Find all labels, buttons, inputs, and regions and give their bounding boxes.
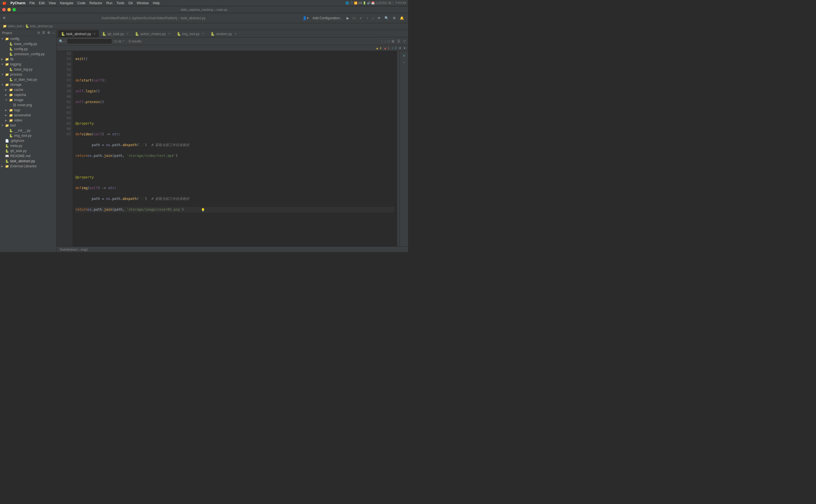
tree-item[interactable]: ▼📁logging — [0, 62, 56, 67]
tab-action-chains[interactable]: 🐍 action_chains.py ✕ — [132, 30, 173, 37]
git-label: Git: — [352, 16, 357, 20]
tree-item[interactable]: 📄.gitignore — [0, 138, 56, 143]
more-icon[interactable]: ⚙ — [47, 31, 50, 35]
breadcrumb: 📁 video_tool › 🐍 task_abstract.py — [0, 23, 408, 29]
settings-button[interactable]: ⚙ — [391, 16, 397, 21]
right-panel-btn-structure[interactable]: ≡ — [400, 52, 407, 59]
tab-icon: 🐍 — [102, 32, 106, 36]
tree-item[interactable]: 🖼cover.png — [0, 102, 56, 108]
menu-help[interactable]: Help — [153, 1, 160, 5]
tree-item[interactable]: ▼📁image — [0, 97, 56, 102]
tree-item[interactable]: 🐍config.py — [0, 46, 56, 52]
menu-edit[interactable]: Edit — [39, 1, 45, 5]
breadcrumb-method[interactable]: img() — [81, 248, 88, 251]
search-everywhere-button[interactable]: 🔍 — [383, 16, 390, 21]
search-next-icon[interactable]: ↓ — [384, 39, 386, 43]
maximize-button[interactable] — [12, 8, 16, 11]
sync-icon[interactable]: ⊙ — [37, 31, 40, 35]
search-results: 0 results — [129, 39, 141, 43]
breadcrumb-item-video-tool[interactable]: 📁 video_tool — [3, 24, 22, 28]
notifications-button[interactable]: 🔔 — [398, 16, 405, 21]
tab-close-icon[interactable]: ✕ — [202, 32, 204, 36]
search-bar: 🔍– Cc W .* | 0 results ↑ ↓ □ ⊠ ☰ ▽ — [57, 37, 408, 45]
tree-item[interactable]: 🐍yi_dian_hao.py — [0, 77, 56, 82]
menu-tools[interactable]: Tools — [116, 1, 124, 5]
tree-item-cache[interactable]: ▶📁cache — [0, 87, 56, 92]
git-pull-button[interactable]: ↓ — [371, 16, 375, 21]
search-filter-icon[interactable]: ▽ — [403, 39, 406, 43]
apple-menu[interactable]: 🍎 — [2, 1, 7, 5]
menu-refactor[interactable]: Refactor — [89, 1, 102, 5]
hide-sidebar-icon[interactable]: – — [52, 31, 54, 35]
tree-item[interactable]: 🐍qtt_task.py — [0, 148, 56, 153]
tree-item[interactable]: 🐍task_abstract.py — [0, 159, 56, 164]
tree-item[interactable]: ▶📁External Libraries — [0, 164, 56, 169]
git-push-button[interactable]: ↑ — [365, 16, 369, 21]
menu-navigate[interactable]: Navigate — [60, 1, 73, 5]
search-input[interactable] — [67, 39, 112, 44]
tree-item-screenshot[interactable]: ▶📁screenshot — [0, 113, 56, 118]
run-button[interactable]: ▶ — [345, 16, 350, 21]
run-config-dropdown[interactable]: 👤▾ — [301, 16, 310, 21]
menu-git[interactable]: Git — [128, 1, 133, 5]
tree-item[interactable]: ▶📁logs — [0, 108, 56, 113]
tab-task-abstract[interactable]: 🐍 task_abstract.py ✕ — [58, 30, 99, 37]
menu-view[interactable]: View — [49, 1, 56, 5]
tab-close-icon[interactable]: ✕ — [168, 32, 170, 36]
search-options[interactable]: Cc W .* — [114, 40, 124, 43]
collapse-warnings-icon[interactable]: ∨ — [403, 46, 406, 50]
code-line-58: @property — [75, 121, 394, 126]
search-back-icon[interactable]: 🔍– — [59, 39, 65, 43]
tab-close-icon[interactable]: ✕ — [126, 32, 129, 36]
collapse-icon[interactable]: ☰ — [42, 31, 45, 35]
code-editor[interactable]: 52 53 54 55 56 57 58 59 60 61 62 63 64 6… — [57, 51, 399, 246]
tab-qtt-task[interactable]: 🐍 qtt_task.py ✕ — [99, 30, 132, 37]
tree-item[interactable]: ▼📁storage — [0, 82, 56, 87]
search-prev-icon[interactable]: ↑ — [381, 39, 383, 43]
tab-close-icon[interactable]: ✕ — [93, 32, 96, 36]
breadcrumb-item-file[interactable]: 🐍 task_abstract.py — [25, 24, 53, 28]
menu-window[interactable]: Window — [137, 1, 149, 5]
expand-icon[interactable]: ∧ — [399, 46, 401, 50]
code-line-55: self.login() — [75, 89, 394, 94]
tree-item[interactable]: ▶📁captcha — [0, 92, 56, 97]
tree-item[interactable]: 🐍base_config.py — [0, 41, 56, 46]
warning-badge: ▲ 4 — [376, 46, 381, 50]
tab-label: action_chains.py — [140, 32, 165, 36]
project-label: Project — [2, 31, 12, 35]
tree-item[interactable]: ▼📁config — [0, 36, 56, 41]
tree-item[interactable]: ▶📁lib — [0, 57, 56, 62]
minimize-button[interactable] — [7, 8, 11, 11]
tree-item[interactable]: 🐍processor_config.py — [0, 52, 56, 57]
tree-item[interactable]: ▶📁video — [0, 118, 56, 123]
tab-img-tool[interactable]: 🐍 img_tool.py ✕ — [174, 30, 207, 37]
tab-close-icon[interactable]: ✕ — [234, 32, 237, 36]
menu-code[interactable]: Code — [77, 1, 86, 5]
vertical-scrollbar[interactable] — [397, 51, 399, 246]
search-extra-icon[interactable]: □ — [388, 39, 390, 43]
tree-item[interactable]: ▼📁process — [0, 72, 56, 77]
right-panel-btn-expand[interactable]: ⌃ — [400, 60, 407, 67]
code-line-59: def video(self) -> str: — [75, 132, 394, 137]
menu-file[interactable]: File — [29, 1, 35, 5]
code-editor-container: 52 53 54 55 56 57 58 59 60 61 62 63 64 6… — [57, 51, 408, 246]
search-settings-icon[interactable]: ☰ — [397, 39, 400, 43]
menu-run[interactable]: Run — [106, 1, 112, 5]
tree-item[interactable]: 🐍img_tool.py — [0, 133, 56, 138]
tree-item[interactable]: 🐍meta.py — [0, 143, 56, 148]
code-line-52: exit() — [75, 56, 394, 62]
git-update-button[interactable]: ✓ — [358, 16, 363, 21]
search-close-icon[interactable]: ⊠ — [391, 39, 394, 43]
tree-item[interactable]: 🐍__init__.py — [0, 128, 56, 133]
system-icons: 🌐 🎵 📶 ⌨ 🔋 🔊 📅 11月24日 周二 下午3:49 — [345, 1, 406, 5]
git-history-button[interactable]: ⟳ — [376, 16, 381, 21]
tree-item[interactable]: 📖README.md — [0, 153, 56, 159]
add-configuration-button[interactable]: Add Configuration... — [311, 16, 344, 21]
close-button[interactable] — [2, 8, 6, 11]
tab-random[interactable]: 🐍 random.py ✕ — [207, 30, 240, 37]
code-content[interactable]: exit() def start(self): self.login() sel… — [73, 51, 397, 246]
tree-item[interactable]: ▼📁tool — [0, 123, 56, 128]
window-controls[interactable] — [2, 8, 16, 11]
tree-item[interactable]: 🐍base_log.py — [0, 67, 56, 72]
breadcrumb-class[interactable]: TaskAbstract — [59, 248, 77, 251]
